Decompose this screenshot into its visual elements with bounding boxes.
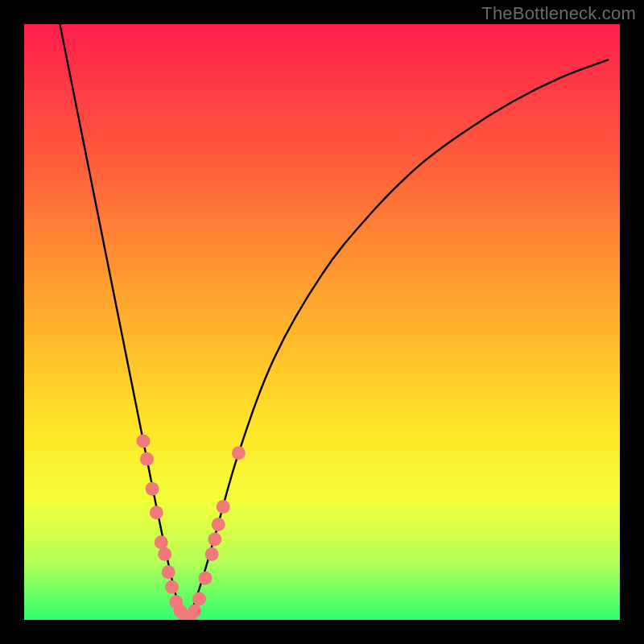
data-marker <box>137 435 151 448</box>
curve-layer <box>60 24 608 620</box>
data-marker <box>150 506 163 519</box>
data-marker <box>205 547 219 561</box>
data-marker <box>188 604 201 617</box>
data-marker <box>155 535 168 549</box>
data-marker <box>162 565 175 579</box>
data-marker <box>158 547 171 561</box>
data-marker <box>232 446 246 460</box>
data-marker <box>217 500 230 514</box>
data-marker <box>140 452 154 466</box>
bottleneck-curve <box>60 24 608 620</box>
data-marker <box>165 580 179 594</box>
markers-layer <box>137 435 246 621</box>
data-marker <box>212 518 225 531</box>
watermark-text: TheBottleneck.com <box>481 3 636 24</box>
chart-svg <box>24 24 620 620</box>
chart-frame: TheBottleneck.com <box>0 0 644 644</box>
data-marker <box>192 592 206 606</box>
data-marker <box>198 572 212 585</box>
data-marker <box>208 533 221 547</box>
plot-area <box>24 24 620 620</box>
data-marker <box>146 482 159 496</box>
